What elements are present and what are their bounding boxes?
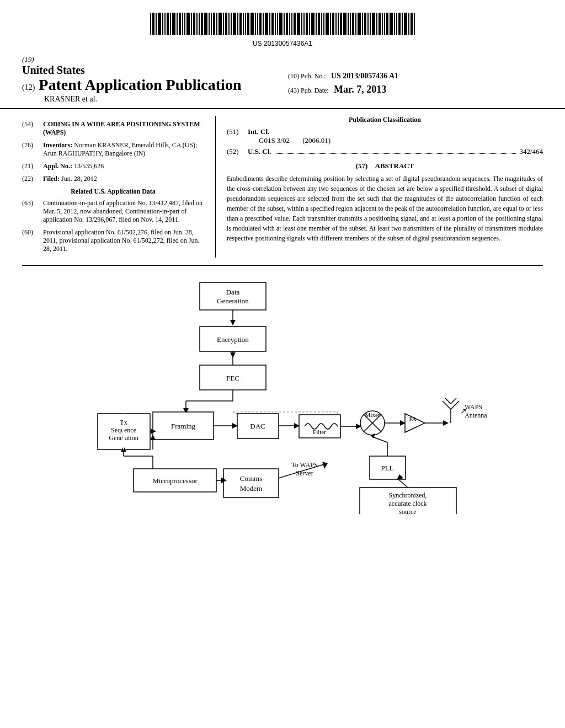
svg-rect-14 bbox=[186, 13, 190, 35]
svg-rect-43 bbox=[271, 13, 274, 35]
data-generation-label-2: Generation bbox=[217, 297, 249, 305]
barcode-image bbox=[145, 10, 420, 38]
waps-antenna-label2: Antenna bbox=[465, 411, 487, 419]
svg-rect-55 bbox=[306, 13, 308, 35]
filed-field-num: (22) bbox=[22, 175, 43, 183]
svg-rect-1 bbox=[150, 13, 151, 35]
arrow-pa-antenna-head bbox=[443, 420, 449, 426]
svg-rect-28 bbox=[228, 13, 230, 35]
svg-rect-71 bbox=[352, 13, 354, 35]
svg-rect-36 bbox=[250, 13, 254, 35]
svg-rect-17 bbox=[196, 13, 198, 35]
svg-rect-34 bbox=[245, 13, 246, 35]
svg-rect-3 bbox=[156, 13, 157, 35]
filed-row: (22) Filed: Jun. 28, 2012 bbox=[22, 175, 204, 183]
svg-rect-22 bbox=[211, 13, 212, 35]
svg-rect-11 bbox=[179, 13, 181, 35]
svg-rect-86 bbox=[396, 13, 397, 35]
svg-rect-82 bbox=[384, 13, 385, 35]
svg-rect-60 bbox=[321, 13, 322, 35]
svg-rect-68 bbox=[343, 13, 347, 35]
svg-rect-85 bbox=[394, 13, 395, 35]
svg-rect-39 bbox=[259, 13, 262, 35]
inventors-label: Inventors: bbox=[43, 141, 72, 149]
svg-rect-9 bbox=[172, 13, 175, 35]
abstract-text: Embodiments describe determining positio… bbox=[227, 174, 543, 243]
svg-rect-24 bbox=[216, 13, 217, 35]
svg-rect-48 bbox=[286, 13, 288, 35]
svg-rect-41 bbox=[265, 13, 268, 35]
svg-rect-84 bbox=[390, 13, 393, 35]
svg-rect-57 bbox=[311, 13, 315, 35]
svg-rect-62 bbox=[326, 13, 329, 35]
svg-rect-61 bbox=[323, 13, 324, 35]
us-cl-dots bbox=[275, 153, 516, 154]
svg-rect-91 bbox=[411, 13, 413, 35]
mixer-label: Mixer bbox=[365, 411, 380, 418]
dac-label: DAC bbox=[250, 422, 265, 430]
related-data-title: Related U.S. Application Data bbox=[22, 188, 204, 196]
int-cl-content: Int. Cl. G01S 3/02 (2006.01) bbox=[248, 127, 543, 145]
barcode-area: US 20130057436A1 bbox=[0, 0, 565, 53]
comms-modem-box bbox=[223, 469, 279, 497]
appl-content: Appl. No.: 13/535,626 bbox=[43, 162, 204, 170]
svg-rect-75 bbox=[364, 13, 366, 35]
sync-clock-label3: source bbox=[399, 508, 416, 514]
sync-clock-label2: accurate clock bbox=[389, 500, 427, 507]
svg-rect-92 bbox=[414, 13, 415, 35]
svg-rect-54 bbox=[303, 13, 305, 35]
body-left: (54) CODING IN A WIDE AREA POSITIONING S… bbox=[22, 116, 215, 258]
svg-rect-81 bbox=[382, 13, 383, 35]
waps-antenna-label1: WAPS bbox=[465, 403, 482, 411]
int-cl-num: (51) bbox=[227, 127, 248, 145]
svg-rect-21 bbox=[209, 13, 210, 35]
svg-rect-31 bbox=[237, 13, 238, 35]
svg-rect-46 bbox=[279, 13, 282, 35]
svg-rect-72 bbox=[355, 13, 356, 35]
pub-number-row: (10) Pub. No.: US 2013/0057436 A1 bbox=[288, 72, 543, 81]
us-cl-row: (52) U.S. Cl. 342/464 bbox=[227, 147, 543, 156]
type-number: (12) bbox=[22, 83, 35, 92]
svg-rect-73 bbox=[358, 13, 361, 35]
svg-rect-30 bbox=[233, 13, 236, 35]
country-number: (19) bbox=[22, 55, 277, 64]
svg-rect-8 bbox=[170, 13, 171, 35]
svg-rect-27 bbox=[225, 13, 227, 35]
header-right: (10) Pub. No.: US 2013/0057436 A1 (43) P… bbox=[277, 55, 543, 104]
pub-class-title: Publication Classification bbox=[227, 116, 543, 124]
appl-field-num: (21) bbox=[22, 162, 43, 170]
filed-label: Filed: bbox=[43, 175, 60, 183]
type-name: Patent Application Publication bbox=[39, 76, 241, 93]
pub-date-value: Mar. 7, 2013 bbox=[334, 84, 386, 95]
svg-rect-51 bbox=[294, 13, 296, 35]
int-cl-row: (51) Int. Cl. G01S 3/02 (2006.01) bbox=[227, 127, 543, 145]
us-cl-value: 342/464 bbox=[519, 147, 543, 156]
svg-rect-13 bbox=[184, 13, 185, 35]
int-cl-year: (2006.01) bbox=[302, 136, 331, 144]
arrow-sync-pll bbox=[398, 479, 408, 488]
antenna-left2 bbox=[445, 398, 451, 404]
header-section: (19) United States (12) Patent Applicati… bbox=[0, 55, 565, 109]
pub-date-label: (43) Pub. Date: bbox=[288, 87, 329, 94]
int-cl-label: Int. Cl. bbox=[248, 127, 269, 136]
svg-rect-56 bbox=[309, 13, 310, 35]
svg-rect-78 bbox=[372, 13, 375, 35]
patent-page: US 20130057436A1 (19) United States (12)… bbox=[0, 0, 565, 728]
body-right: Publication Classification (51) Int. Cl.… bbox=[215, 116, 543, 258]
svg-rect-87 bbox=[398, 13, 401, 35]
pll-label: PLL bbox=[381, 464, 393, 472]
svg-rect-44 bbox=[275, 13, 276, 35]
svg-rect-40 bbox=[263, 13, 264, 35]
svg-rect-50 bbox=[291, 13, 292, 35]
inventors-line: KRASNER et al. bbox=[44, 95, 277, 104]
svg-rect-65 bbox=[335, 13, 337, 35]
body-section: (54) CODING IN A WIDE AREA POSITIONING S… bbox=[0, 109, 565, 258]
svg-rect-59 bbox=[318, 13, 320, 35]
svg-rect-89 bbox=[404, 13, 407, 35]
svg-rect-66 bbox=[338, 13, 339, 35]
block-diagram: Data Generation Encryption FEC Framing bbox=[67, 277, 498, 514]
prov-text: Provisional application No. 61/502,276, … bbox=[43, 228, 204, 253]
appl-no-label: Appl. No.: bbox=[43, 162, 72, 170]
us-cl-num: (52) bbox=[227, 147, 248, 156]
provisional-row: (60) Provisional application No. 61/502,… bbox=[22, 228, 204, 253]
